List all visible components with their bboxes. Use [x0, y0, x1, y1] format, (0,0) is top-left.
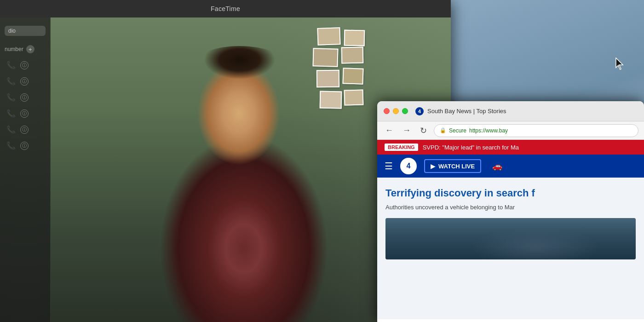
thumbnail-overlay	[385, 218, 636, 259]
sidebar-add-row: number +	[0, 43, 50, 57]
phone-icon-3: 📞	[6, 93, 16, 102]
info-icon-6[interactable]: ⓘ	[20, 142, 29, 150]
breaking-text: SVPD: "Major lead" in search for Ma	[423, 144, 519, 151]
phone-icon-2: 📞	[6, 77, 16, 86]
wall-photos	[313, 28, 377, 120]
info-icon-5[interactable]: ⓘ	[20, 126, 29, 134]
article-area: Terrifying discovery in search f Authori…	[377, 178, 644, 319]
watch-live-label: WATCH LIVE	[438, 163, 475, 170]
hamburger-icon[interactable]: ☰	[385, 161, 393, 172]
add-number-label: number	[5, 46, 23, 52]
contact-item-2[interactable]: 📞 ⓘ	[0, 73, 50, 89]
lock-icon: 🔒	[440, 127, 446, 133]
article-thumbnail	[385, 218, 636, 259]
phone-icon-1: 📞	[6, 61, 16, 69]
browser-navbar: ← → ↻ 🔒 Secure https://www.bay	[377, 121, 644, 140]
phone-icon-6: 📞	[6, 141, 16, 150]
tab-title: South Bay News | Top Stories	[427, 108, 506, 115]
browser-titlebar: 4 South Bay News | Top Stories	[377, 101, 644, 121]
reload-button[interactable]: ↻	[418, 125, 429, 137]
phone-icon-4: 📞	[6, 109, 16, 118]
news-logo[interactable]: 4	[400, 158, 417, 174]
secure-label: Secure	[449, 127, 466, 134]
address-bar[interactable]: 🔒 Secure https://www.bay	[434, 124, 638, 137]
traffic-lights	[384, 108, 408, 114]
contact-item-4[interactable]: 📞 ⓘ	[0, 105, 50, 121]
info-icon-2[interactable]: ⓘ	[20, 77, 29, 86]
sidebar-search-area	[0, 23, 50, 39]
facetime-titlebar: FaceTime	[0, 0, 451, 17]
article-headline: Terrifying discovery in search f	[385, 187, 636, 200]
maximize-button[interactable]	[402, 108, 408, 114]
address-text: https://www.bay	[469, 127, 508, 134]
person-hair	[189, 46, 290, 92]
info-icon-1[interactable]: ⓘ	[20, 61, 29, 69]
phone-icon-5: 📞	[6, 125, 16, 134]
watch-live-button[interactable]: ▶ WATCH LIVE	[424, 159, 481, 173]
contact-item-1[interactable]: 📞 ⓘ	[0, 57, 50, 73]
minimize-button[interactable]	[393, 108, 399, 114]
article-subtext: Authorities uncovered a vehicle belongin…	[385, 203, 636, 212]
breaking-badge: BREAKING	[385, 144, 418, 151]
back-button[interactable]: ←	[383, 125, 396, 136]
info-icon-4[interactable]: ⓘ	[20, 109, 29, 118]
close-button[interactable]	[384, 108, 390, 114]
search-input[interactable]	[5, 26, 46, 36]
contact-item-5[interactable]: 📞 ⓘ	[0, 121, 50, 138]
add-number-button[interactable]: +	[26, 45, 34, 53]
forward-button[interactable]: →	[400, 125, 413, 136]
contact-item-6[interactable]: 📞 ⓘ	[0, 138, 50, 154]
traffic-icon[interactable]: 🚗	[492, 161, 502, 171]
play-icon: ▶	[431, 162, 436, 170]
site-favicon: 4	[415, 107, 424, 115]
contact-item-3[interactable]: 📞 ⓘ	[0, 89, 50, 105]
facetime-title: FaceTime	[211, 5, 240, 12]
facetime-sidebar: number + 📞 ⓘ 📞 ⓘ 📞 ⓘ 📞 ⓘ 📞 ⓘ 📞 ⓘ	[0, 17, 51, 322]
info-icon-3[interactable]: ⓘ	[20, 93, 29, 102]
breaking-news-banner: BREAKING SVPD: "Major lead" in search fo…	[377, 140, 644, 155]
browser-window: 4 South Bay News | Top Stories ← → ↻ 🔒 S…	[377, 101, 644, 322]
news-navbar: ☰ 4 ▶ WATCH LIVE 🚗	[377, 155, 644, 178]
